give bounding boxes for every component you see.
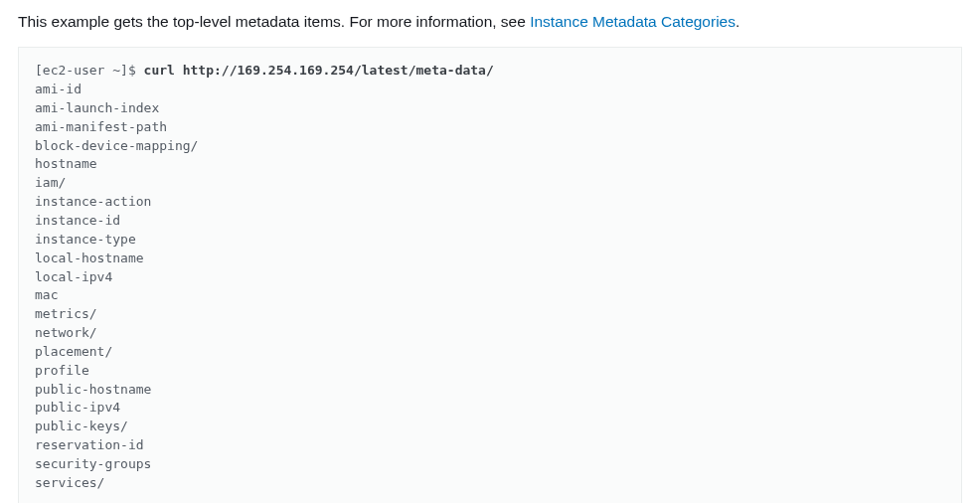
shell-prompt: [ec2-user ~]$ [35, 63, 144, 78]
shell-command: curl http://169.254.169.254/latest/meta-… [144, 63, 494, 78]
command-output: ami-id ami-launch-index ami-manifest-pat… [35, 82, 198, 490]
code-block: [ec2-user ~]$ curl http://169.254.169.25… [18, 47, 962, 503]
intro-text-before: This example gets the top-level metadata… [18, 13, 530, 30]
doc-section: This example gets the top-level metadata… [0, 0, 980, 503]
intro-paragraph: This example gets the top-level metadata… [18, 10, 962, 33]
intro-text-after: . [735, 13, 739, 30]
intro-link[interactable]: Instance Metadata Categories [530, 13, 735, 30]
